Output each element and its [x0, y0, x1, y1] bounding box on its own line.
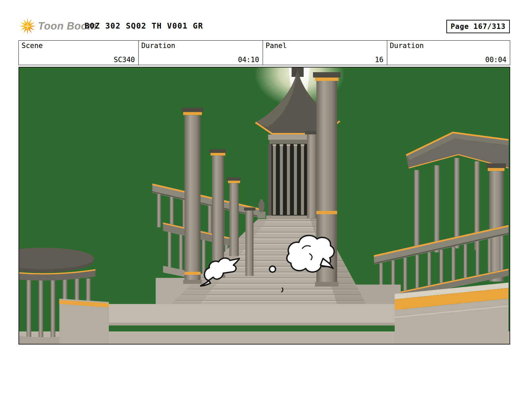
panel-duration-label: Duration	[390, 42, 424, 50]
storyboard-page: Toon Boom BOZ 302 SQ02 TH V001 GR Page 1…	[0, 0, 532, 411]
panel-number-label: Panel	[266, 42, 287, 50]
storyboard-panel	[18, 67, 510, 345]
panel-info-table: Scene SC340 Duration 04:10 Panel 16 Dura…	[18, 40, 510, 65]
page-title: BOZ 302 SQ02 TH V001 GR	[85, 21, 203, 30]
scene-duration-cell: Duration 04:10	[138, 41, 263, 65]
panel-duration-value: 00:04	[485, 56, 506, 64]
panel-duration-cell: Duration 00:04	[387, 41, 510, 65]
scene-duration-label: Duration	[141, 42, 175, 50]
scene-value: SC340	[114, 56, 135, 64]
sketch-dot	[269, 266, 275, 272]
toonboom-burst-icon	[19, 17, 36, 35]
tall-column-left	[182, 108, 203, 284]
scene-label: Scene	[21, 42, 43, 50]
scene-cell: Scene SC340	[19, 41, 138, 65]
page-number-box: Page 167/313	[446, 20, 510, 33]
page-number-label: Page 167/313	[451, 22, 506, 31]
panel-number-cell: Panel 16	[263, 41, 387, 65]
scene-duration-value: 04:10	[238, 56, 259, 64]
panel-artwork	[19, 67, 509, 344]
panel-number-value: 16	[375, 56, 383, 64]
